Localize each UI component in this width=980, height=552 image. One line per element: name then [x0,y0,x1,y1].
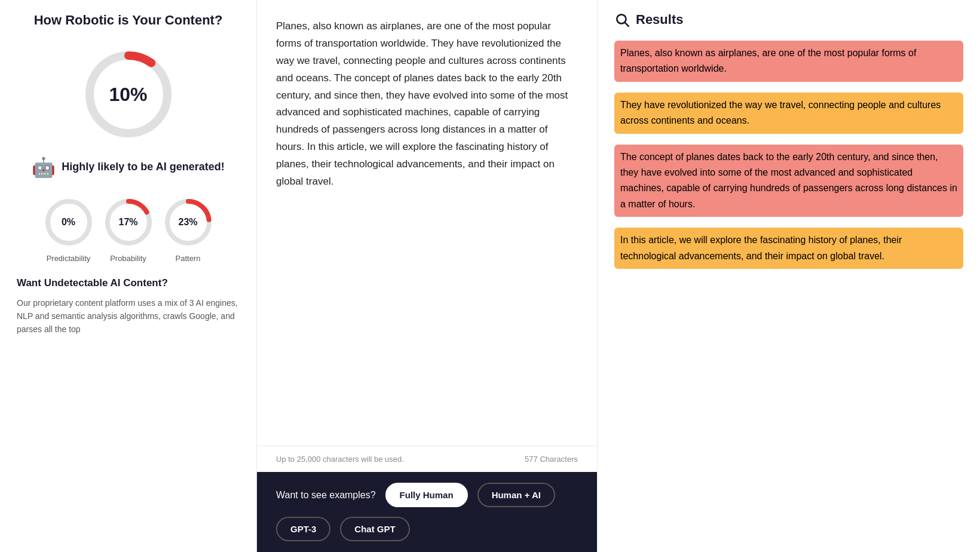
result-sentence-1: Planes, also known as airplanes, are one… [614,41,963,82]
ai-label: 🤖 Highly likely to be AI generated! [17,156,240,179]
results-header: Results [614,12,963,27]
probability-donut: 17% [102,195,155,249]
probability-label: Probability [110,254,146,263]
middle-panel: Planes, also known as airplanes, are one… [257,0,598,552]
human-ai-button[interactable]: Human + AI [477,483,555,507]
want-section: Want Undetectable AI Content? Our propri… [17,277,240,336]
main-donut-container: 10% [17,44,240,145]
sentence-2-text: They have revolutionized the way we trav… [620,100,941,125]
sentence-1-text: Planes, also known as airplanes, are one… [620,48,916,73]
probability-item: 17% Probability [102,195,155,263]
results-title: Results [636,12,683,27]
pattern-percent: 23% [178,217,197,228]
main-percent: 10% [109,83,147,105]
svg-line-8 [625,23,629,26]
want-body: Our proprietary content platform uses a … [17,296,240,336]
right-panel: Results Planes, also known as airplanes,… [598,0,980,552]
search-icon [614,12,630,27]
panel-title: How Robotic is Your Content? [17,12,240,29]
predictability-donut: 0% [42,195,96,249]
robot-icon: 🤖 [32,156,56,179]
result-sentence-2: They have revolutionized the way we trav… [614,93,963,134]
sentence-3-text: The concept of planes dates back to the … [620,152,957,209]
main-donut: 10% [78,44,179,145]
small-donuts-row: 0% Predictability 17% Probability [17,195,240,263]
pattern-donut: 23% [161,195,215,249]
pattern-item: 23% Pattern [161,195,215,263]
char-note: Up to 25,000 characters will be used. [276,455,404,464]
bottom-popup: Want to see examples? Fully Human Human … [257,472,597,552]
want-title: Want Undetectable AI Content? [17,277,240,289]
article-text: Planes, also known as airplanes, are one… [276,18,578,191]
pattern-label: Pattern [176,254,201,263]
char-bar: Up to 25,000 characters will be used. 57… [257,446,597,472]
fully-human-button[interactable]: Fully Human [385,483,468,507]
result-sentence-4: In this article, we will explore the fas… [614,228,963,269]
left-panel: How Robotic is Your Content? 10% 🤖 Highl… [0,0,257,552]
sentence-4-text: In this article, we will explore the fas… [620,235,902,260]
predictability-percent: 0% [62,217,75,228]
predictability-item: 0% Predictability [42,195,96,263]
char-count: 577 Characters [525,455,578,464]
probability-percent: 17% [118,217,137,228]
result-sentence-3: The concept of planes dates back to the … [614,145,963,217]
gpt3-button[interactable]: GPT-3 [276,517,330,541]
chat-gpt-button[interactable]: Chat GPT [340,517,409,541]
article-content: Planes, also known as airplanes, are one… [257,0,597,446]
want-see-label: Want to see examples? [276,490,376,501]
predictability-label: Predictability [47,254,91,263]
